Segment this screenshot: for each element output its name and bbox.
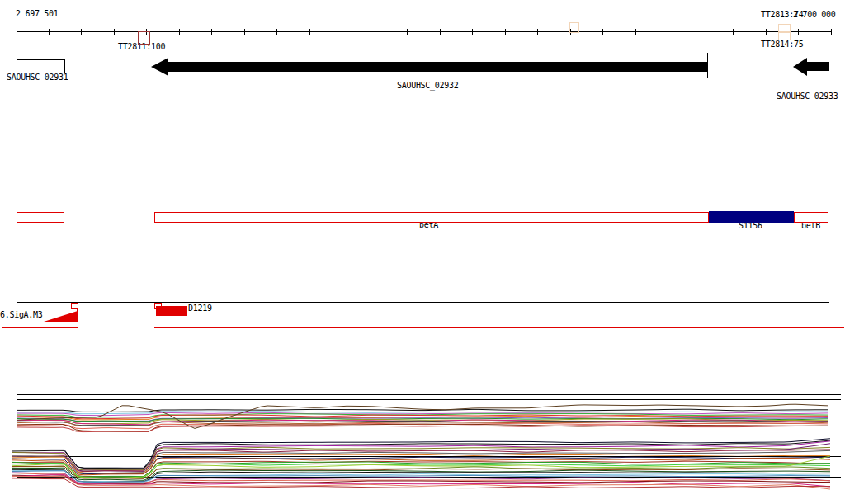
box-02931-region[interactable] <box>17 212 64 223</box>
feature-label-tt2814: TT2814:75 <box>761 40 804 49</box>
gene-label-saouhsc-02931: SAOUHSC_02931 <box>7 73 68 82</box>
genome-browser-view: 2 697 501 2 700 000 TT2813:74 TT2811:100… <box>0 0 845 504</box>
tiling-connector-line <box>77 308 78 322</box>
tracks-canvas <box>0 0 845 504</box>
gene-arrow-saouhsc-02933[interactable] <box>806 62 829 71</box>
sigA-wedge-feature[interactable] <box>44 311 78 322</box>
feature-label-betB: betB <box>801 222 820 230</box>
feature-peach-mid[interactable] <box>569 22 579 33</box>
box-betB[interactable] <box>794 212 828 223</box>
gene-label-saouhsc-02933: SAOUHSC_02933 <box>777 92 838 101</box>
feature-label-s1156: S1156 <box>739 222 762 230</box>
feature-tt2811[interactable] <box>138 31 150 45</box>
gene-arrowhead-saouhsc-02932[interactable] <box>151 58 168 76</box>
expression-graph-lower-series-line <box>12 464 830 478</box>
tiling-label-sigA: 6.SigA.M3 <box>0 311 43 319</box>
feature-tt2814[interactable] <box>778 31 791 40</box>
gene-boundary-mark-02932 <box>707 53 708 78</box>
box-S1156[interactable] <box>709 211 794 223</box>
gene-box-saouhsc-02931[interactable] <box>17 59 65 73</box>
feature-label-tt2813: TT2813:74 <box>761 11 804 19</box>
expression-graph-upper-series-line <box>17 409 828 412</box>
box-betA[interactable] <box>154 212 709 223</box>
gene-arrowhead-saouhsc-02933[interactable] <box>793 58 807 76</box>
gene-arrow-saouhsc-02932[interactable] <box>168 62 708 72</box>
gene-label-saouhsc-02932: SAOUHSC_02932 <box>397 82 458 90</box>
tiling-label-d1219: D1219 <box>188 304 212 313</box>
tiling-filled-box-d1219[interactable] <box>156 306 187 316</box>
ruler-start-coordinate: 2 697 501 <box>16 10 59 18</box>
